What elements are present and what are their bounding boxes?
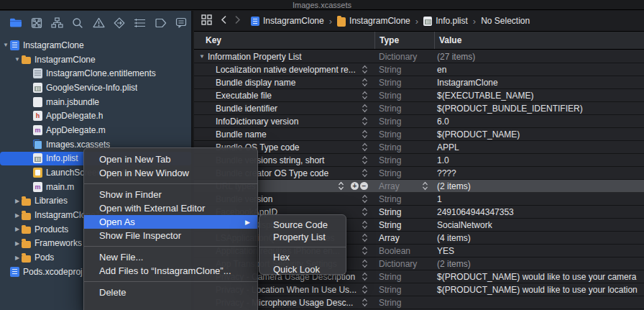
key-stepper-icon[interactable] [362,233,368,242]
table-row[interactable]: Bundle versions string, shortString1.0 [194,154,644,167]
type-cell[interactable]: String [374,141,434,153]
key-stepper-icon[interactable] [362,65,368,74]
key-stepper-icon[interactable] [338,181,344,191]
value-cell[interactable]: $(PRODUCT_NAME) would like to use your l… [434,283,644,296]
type-cell[interactable]: String [374,76,434,88]
forward-chevron-icon[interactable] [234,15,241,27]
type-cell[interactable]: Dictionary [374,50,434,63]
sidebar-item-appdelegate-m[interactable]: AppDelegate.m [0,123,191,137]
column-header-key[interactable]: Key [194,32,374,49]
symbol-navigator-icon[interactable] [47,17,68,29]
menu-item-property-list[interactable]: Property List [259,231,346,243]
menu-item-show-file-inspector[interactable]: Show File Inspector [84,229,257,242]
menu-item-open-in-new-window[interactable]: Open in New Window [84,166,257,180]
value-cell[interactable]: (27 items) [434,50,644,63]
report-navigator-icon[interactable] [170,17,191,29]
test-navigator-icon[interactable] [109,17,129,29]
value-cell[interactable] [434,296,644,309]
type-stepper-icon[interactable] [422,181,428,191]
value-cell[interactable]: en [434,63,644,76]
type-cell[interactable]: String [374,167,434,179]
breadcrumb-segment[interactable]: No Selection [481,16,530,26]
disclosure-triangle-icon[interactable]: ▼ [1,42,10,48]
key-cell[interactable]: Localization native development re... [194,63,374,76]
value-cell[interactable]: (2 items) [434,257,644,270]
key-stepper-icon[interactable] [362,91,368,100]
table-row[interactable]: Executable fileString$(EXECUTABLE_NAME) [194,89,644,102]
column-header-value[interactable]: Value [434,32,644,49]
type-cell[interactable]: String [374,206,434,218]
disclosure-triangle-icon[interactable]: ▶ [13,255,22,261]
key-cell[interactable]: Bundle name [194,128,374,140]
menu-item-open-with-external-editor[interactable]: Open with External Editor [84,201,257,215]
table-row[interactable]: Bundle OS Type codeStringAPPL [194,141,644,154]
value-cell[interactable]: 1.0 [434,154,644,166]
sidebar-item-appdelegate-h[interactable]: AppDelegate.h [0,109,191,123]
sidebar-item-instagramclone[interactable]: ▼InstagramClone [0,53,191,67]
value-cell[interactable]: 6.0 [434,115,644,127]
value-cell[interactable]: YES [434,245,644,257]
type-cell[interactable]: String [374,115,434,127]
key-cell[interactable]: Bundle display name [194,76,374,88]
type-cell[interactable]: Array [374,232,434,244]
table-row[interactable]: Bundle creator OS Type codeString???? [194,167,644,180]
value-cell[interactable]: SocialNetwork [434,219,644,231]
key-stepper-icon[interactable] [362,285,368,294]
disclosure-triangle-icon[interactable]: ▼ [199,53,205,60]
type-cell[interactable]: String [374,193,434,205]
table-row[interactable]: Bundle versionString1 [194,193,644,206]
key-stepper-icon[interactable] [362,129,368,139]
key-cell[interactable]: InfoDictionary version [194,115,374,127]
key-cell[interactable]: ▼Information Property List [194,50,374,63]
menu-item-source-code[interactable]: Source Code [259,219,346,231]
key-stepper-icon[interactable] [362,142,368,152]
type-cell[interactable]: Array [374,180,434,192]
type-cell[interactable]: String [374,89,434,101]
menu-item-add-files-to-instagramclone-[interactable]: Add Files to “InstagramClone”... [84,264,257,278]
key-stepper-icon[interactable] [362,220,368,229]
sidebar-item-main-jsbundle[interactable]: main.jsbundle [0,95,191,109]
issue-navigator-icon[interactable] [88,17,109,29]
value-cell[interactable]: $(PRODUCT_BUNDLE_IDENTIFIER) [434,102,644,114]
sidebar-item-instagramclone[interactable]: ▼InstagramClone [0,38,191,53]
key-stepper-icon[interactable] [362,207,368,216]
type-cell[interactable]: String [374,270,434,283]
menu-item-quick-look[interactable]: Quick Look [259,263,346,275]
key-stepper-icon[interactable] [362,259,368,268]
table-row[interactable]: Privacy - Location When In Use Us...Stri… [194,283,644,296]
find-navigator-icon[interactable] [68,17,88,29]
sidebar-item-instagramclone-entitlements[interactable]: InstagramClone.entitlements [0,66,191,81]
table-row[interactable]: Bundle identifierString$(PRODUCT_BUNDLE_… [194,102,644,115]
value-cell[interactable]: $(PRODUCT_NAME) would like to use your c… [434,270,644,283]
type-cell[interactable]: String [374,219,434,231]
disclosure-triangle-icon[interactable]: ▶ [13,198,22,204]
menu-item-delete[interactable]: Delete [84,286,257,299]
menu-item-show-in-finder[interactable]: Show in Finder [84,188,257,201]
editor-mode-grid-icon[interactable] [201,14,212,27]
key-cell[interactable]: Bundle identifier [194,102,374,114]
source-control-navigator-icon[interactable] [27,17,47,29]
value-cell[interactable]: (2 items) [434,180,644,192]
table-row[interactable]: Privacy - Microphone Usage Desc...String [194,296,644,309]
type-cell[interactable]: String [374,128,434,140]
type-cell[interactable]: String [374,63,434,76]
table-row[interactable]: Bundle display nameStringInstagramClone [194,76,644,89]
project-navigator-icon[interactable] [6,17,27,29]
type-cell[interactable]: String [374,154,434,166]
column-header-type[interactable]: Type [374,32,434,49]
type-cell[interactable]: String [374,102,434,114]
table-row[interactable]: ▼Information Property ListDictionary(27 … [194,50,644,63]
key-cell[interactable]: Executable file [194,89,374,101]
key-stepper-icon[interactable] [362,78,368,87]
type-cell[interactable]: Boolean [374,245,434,257]
remove-item-button[interactable]: − [360,182,368,190]
value-cell[interactable]: InstagramClone [434,76,644,88]
key-stepper-icon[interactable] [362,104,368,113]
menu-item-open-as[interactable]: Open As▶ [84,215,257,229]
table-row[interactable]: URL types+−Array(2 items) [194,180,644,193]
table-row[interactable]: InfoDictionary versionString6.0 [194,115,644,128]
value-cell[interactable]: ???? [434,167,644,179]
key-stepper-icon[interactable] [362,272,368,281]
menu-item-open-in-new-tab[interactable]: Open in New Tab [84,152,257,166]
table-row[interactable]: Bundle nameString$(PRODUCT_NAME) [194,128,644,141]
